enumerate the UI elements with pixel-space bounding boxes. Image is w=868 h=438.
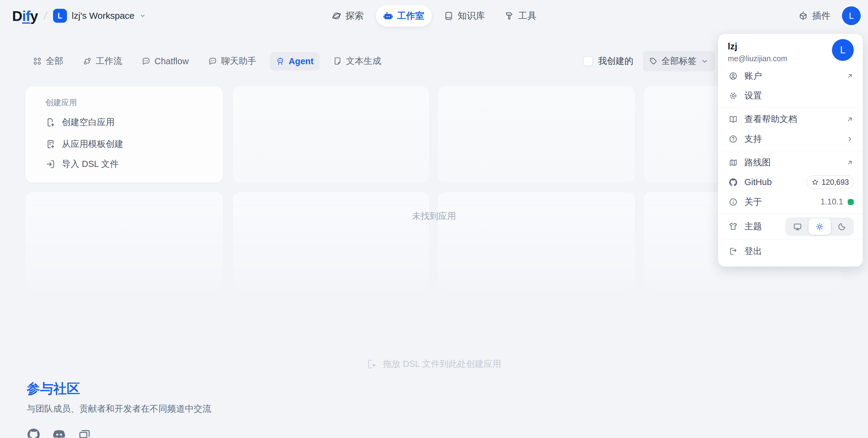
community-title[interactable]: 参与社区 xyxy=(27,380,211,398)
github-stars-badge: 120,693 xyxy=(806,176,854,189)
create-from-template-button[interactable]: 从应用模板创建 xyxy=(45,137,211,151)
app-card-skeleton xyxy=(438,86,635,183)
tag-filter-dropdown[interactable]: 全部标签 xyxy=(643,51,715,71)
nav-label: 工具 xyxy=(518,10,536,22)
menu-item-logout[interactable]: 登出 xyxy=(718,242,863,261)
monitor-icon xyxy=(793,222,802,231)
chevron-down-icon xyxy=(140,12,146,19)
book-open-icon xyxy=(728,115,738,124)
create-blank-app-button[interactable]: 创建空白应用 xyxy=(45,116,211,129)
menu-item-support[interactable]: 支持 xyxy=(718,129,863,149)
up-to-date-status-dot xyxy=(848,199,854,205)
theme-system-button[interactable] xyxy=(786,218,809,235)
agent-robot-icon xyxy=(276,57,285,66)
discord-icon[interactable] xyxy=(52,428,66,438)
dify-logo[interactable]: Dify xyxy=(12,7,38,24)
nav-item-explore[interactable]: 探索 xyxy=(324,5,371,27)
github-stars-count: 120,693 xyxy=(822,178,849,187)
external-link-icon xyxy=(846,116,854,123)
nav-label: 工作室 xyxy=(397,10,425,22)
nav-item-tools[interactable]: 工具 xyxy=(497,5,544,27)
nav-item-knowledge[interactable]: 知识库 xyxy=(437,5,492,27)
plugins-cube-icon xyxy=(798,11,808,21)
create-item-label: 创建空白应用 xyxy=(62,116,115,128)
external-link-icon xyxy=(846,72,854,80)
community-links xyxy=(27,428,211,438)
menu-item-about[interactable]: 关于 1.10.1 xyxy=(718,192,863,212)
tag-filter-label: 全部标签 xyxy=(661,55,696,67)
nav-label: 探索 xyxy=(346,10,364,22)
app-card-skeleton xyxy=(233,192,429,290)
nav-label: 知识库 xyxy=(458,10,485,22)
theme-light-button[interactable] xyxy=(809,218,831,235)
logout-icon xyxy=(728,247,738,256)
dify-studio-page: Dify / L lzj's Workspace 探索 xyxy=(0,0,868,438)
user-circle-icon xyxy=(728,71,738,81)
create-blank-app-icon xyxy=(45,117,56,127)
plugins-label: 插件 xyxy=(812,10,831,22)
forum-icon[interactable] xyxy=(78,428,92,438)
plugins-button[interactable]: 插件 xyxy=(798,10,831,22)
tab-label: Agent xyxy=(289,56,314,66)
menu-item-account[interactable]: 账户 xyxy=(718,66,863,86)
created-by-me-filter[interactable]: 我创建的 xyxy=(583,55,633,67)
import-dsl-button[interactable]: 导入 DSL 文件 xyxy=(45,157,211,171)
menu-item-github[interactable]: GitHub 120,693 xyxy=(718,173,863,192)
menu-item-settings[interactable]: 设置 xyxy=(718,86,863,105)
chevron-right-icon xyxy=(846,135,854,143)
menu-divider xyxy=(718,239,863,240)
menu-divider xyxy=(718,107,863,107)
top-header: Dify / L lzj's Workspace 探索 xyxy=(0,0,868,31)
create-app-title: 创建应用 xyxy=(45,97,211,108)
tools-icon xyxy=(504,11,514,21)
create-app-panel: 创建应用 创建空白应用 从应用模板创建 导入 DSL 文件 xyxy=(26,86,223,183)
chat-bubble-icon xyxy=(142,57,151,66)
map-icon xyxy=(728,158,738,167)
tab-all[interactable]: 全部 xyxy=(27,51,69,71)
logo-suffix: y xyxy=(30,8,38,24)
tshirt-icon xyxy=(728,222,738,231)
tab-label: 聊天助手 xyxy=(221,55,256,67)
explore-icon xyxy=(332,11,341,21)
menu-item-roadmap[interactable]: 路线图 xyxy=(718,153,863,173)
tab-chat-assistant[interactable]: 聊天助手 xyxy=(202,51,262,71)
sun-icon xyxy=(815,222,824,231)
external-link-icon xyxy=(846,159,854,166)
tab-chatflow[interactable]: Chatflow xyxy=(135,52,195,70)
workspace-name: lzj's Workspace xyxy=(72,10,134,21)
tag-icon xyxy=(649,57,657,65)
user-avatar[interactable]: L xyxy=(842,6,861,25)
github-icon[interactable] xyxy=(27,428,40,438)
account-menu-user-info: lzj me@liuzijian.com L xyxy=(718,34,863,66)
app-card-skeleton xyxy=(233,86,429,183)
nav-item-studio[interactable]: 工作室 xyxy=(376,5,432,27)
workspace-switcher[interactable]: L lzj's Workspace xyxy=(53,9,146,23)
dsl-drop-hint: 拖放 DSL 文件到此处创建应用 xyxy=(0,358,868,370)
app-card-skeleton xyxy=(26,192,223,290)
menu-item-theme: 主题 xyxy=(718,216,863,238)
logo-prefix: D xyxy=(12,8,22,24)
moon-icon xyxy=(837,222,846,231)
breadcrumb-slash: / xyxy=(43,9,48,22)
menu-divider xyxy=(718,214,863,214)
help-circle-icon xyxy=(728,134,738,144)
version-info: 1.10.1 xyxy=(820,197,854,207)
community-section: 参与社区 与团队成员、贡献者和开发者在不同频道中交流 xyxy=(27,380,211,438)
theme-dark-button[interactable] xyxy=(831,218,853,235)
drop-hint-label: 拖放 DSL 文件到此处创建应用 xyxy=(383,358,501,370)
main-nav: 探索 工作室 知识库 xyxy=(324,5,544,27)
create-item-label: 从应用模板创建 xyxy=(62,138,123,150)
created-by-me-checkbox[interactable] xyxy=(583,56,593,66)
tab-text-generate[interactable]: 文本生成 xyxy=(327,51,387,71)
menu-item-help-docs[interactable]: 查看帮助文档 xyxy=(718,110,863,129)
tab-agent[interactable]: Agent xyxy=(270,52,320,70)
app-type-tabs: 全部 工作流 Chatflow 聊天助手 xyxy=(27,51,387,71)
gear-icon xyxy=(728,91,738,100)
create-item-label: 导入 DSL 文件 xyxy=(62,158,119,170)
logo-highlight: if xyxy=(22,8,30,24)
menu-divider xyxy=(718,151,863,151)
text-generate-icon xyxy=(333,57,342,66)
tab-label: Chatflow xyxy=(155,56,189,66)
account-menu: lzj me@liuzijian.com L 账户 设置 查看帮助文档 xyxy=(718,34,863,267)
tab-workflow[interactable]: 工作流 xyxy=(76,51,128,71)
